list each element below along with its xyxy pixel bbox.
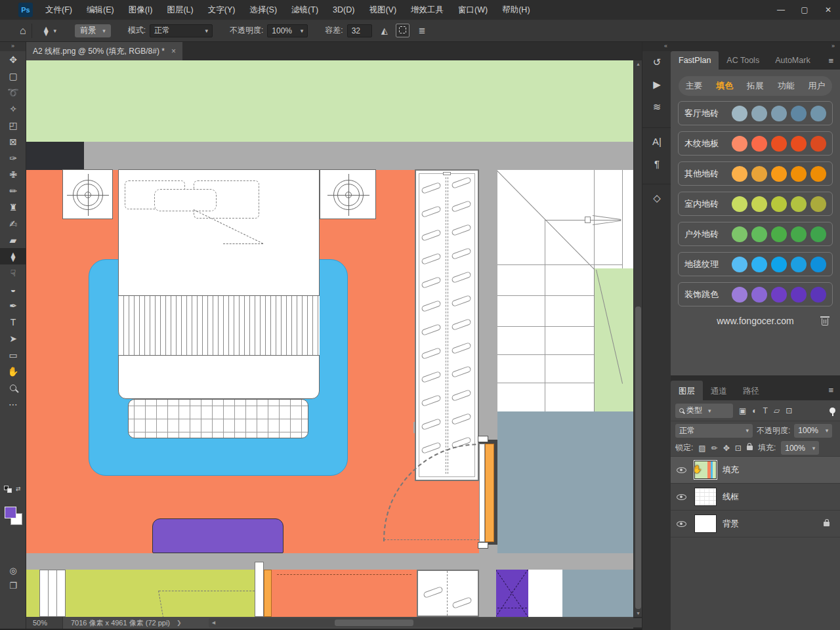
- menu-item[interactable]: 文件(F): [38, 0, 79, 20]
- color-swatch[interactable]: [791, 166, 807, 182]
- menu-item[interactable]: 编辑(E): [79, 0, 121, 20]
- panel-menu-icon[interactable]: ≡: [822, 51, 840, 70]
- path-selection-tool[interactable]: ➤: [0, 330, 26, 346]
- color-swatch[interactable]: [751, 287, 767, 303]
- status-chevron-icon[interactable]: ❯: [177, 620, 182, 626]
- menu-item[interactable]: 图层(L): [159, 0, 200, 20]
- character-panel-icon[interactable]: A|: [642, 127, 671, 152]
- default-colors-icon[interactable]: ⇄: [4, 486, 26, 495]
- filter-toggle-icon[interactable]: [830, 408, 835, 413]
- paint-bucket-preset-icon[interactable]: ⧫▾: [44, 26, 56, 36]
- lock-all-icon[interactable]: [747, 446, 753, 450]
- screen-mode-button[interactable]: ❐: [0, 581, 26, 591]
- color-swatch[interactable]: [810, 257, 826, 272]
- filter-type-layers-icon[interactable]: T: [763, 406, 768, 415]
- fastplan-nav-item[interactable]: 功能: [778, 80, 795, 92]
- color-swatch[interactable]: [791, 106, 807, 121]
- layers-opacity-dropdown[interactable]: 100%▾: [794, 424, 832, 438]
- healing-brush-tool[interactable]: ✙: [0, 166, 26, 182]
- sample-all-layers-icon[interactable]: ≣: [419, 26, 426, 35]
- menu-item[interactable]: 视图(V): [362, 0, 404, 20]
- menu-item[interactable]: 3D(D): [326, 0, 362, 20]
- color-swatch[interactable]: [751, 257, 767, 272]
- color-swatch[interactable]: [810, 226, 826, 242]
- lock-paint-icon[interactable]: ✏: [711, 444, 718, 453]
- dock-collapse-icon[interactable]: «: [642, 42, 671, 51]
- filter-smart-objects-icon[interactable]: ⊡: [786, 406, 792, 415]
- layer-row[interactable]: ✋填充: [671, 457, 840, 484]
- filter-adjustment-layers-icon[interactable]: ◐: [752, 406, 757, 415]
- lock-position-icon[interactable]: ✥: [723, 444, 730, 453]
- menu-item[interactable]: 滤镜(T): [284, 0, 326, 20]
- fastplan-tab-automark[interactable]: AutoMark: [767, 51, 818, 70]
- anti-alias-icon[interactable]: ◭: [381, 26, 388, 35]
- color-swatch[interactable]: [791, 257, 807, 272]
- color-swatch[interactable]: [791, 287, 807, 303]
- menu-item[interactable]: 帮助(H): [495, 0, 537, 20]
- vertical-scrollbar[interactable]: ▲ ▼: [633, 60, 642, 617]
- rectangle-tool[interactable]: ▭: [0, 346, 26, 363]
- horizontal-scrollbar[interactable]: ◀ ▶: [209, 618, 650, 627]
- edit-toolbar-button[interactable]: ⋯: [0, 396, 26, 412]
- color-swatch[interactable]: [751, 106, 767, 121]
- marquee-tool[interactable]: ▢: [0, 68, 26, 84]
- layers-fill-dropdown[interactable]: 100%▾: [781, 441, 819, 455]
- color-swatch[interactable]: [771, 257, 787, 272]
- horizontal-scroll-thumb[interactable]: [335, 620, 413, 626]
- menu-item[interactable]: 增效工具: [404, 0, 451, 20]
- color-swatch[interactable]: [751, 196, 767, 212]
- color-swatch[interactable]: [751, 166, 767, 182]
- layer-thumbnail[interactable]: [694, 488, 717, 506]
- color-swatch[interactable]: [810, 287, 826, 303]
- paragraph-panel-icon[interactable]: ¶: [642, 152, 671, 175]
- tolerance-input[interactable]: 32: [347, 24, 372, 37]
- layer-row[interactable]: 背景: [671, 511, 840, 537]
- fastplan-nav-item[interactable]: 用户: [808, 80, 826, 92]
- fastplan-tab-ac-tools[interactable]: AC Tools: [719, 51, 767, 70]
- visibility-eye-icon[interactable]: [671, 494, 692, 500]
- toolbar-collapse-icon[interactable]: »: [0, 42, 26, 51]
- zoom-tool[interactable]: [0, 379, 26, 396]
- menu-item[interactable]: 选择(S): [242, 0, 284, 20]
- lock-transparency-icon[interactable]: ▨: [698, 444, 705, 453]
- document-tab[interactable]: A2 线框.png @ 50% (填充, RGB/8#) * ×: [26, 42, 182, 60]
- home-icon[interactable]: ⌂: [20, 25, 26, 37]
- fastplan-footer-url[interactable]: www.fongocer.com: [717, 316, 794, 326]
- menu-item[interactable]: 图像(I): [121, 0, 160, 20]
- color-swatch[interactable]: [732, 196, 747, 212]
- eyedropper-tool[interactable]: ✑: [0, 150, 26, 166]
- foreground-color-swatch[interactable]: [5, 507, 16, 518]
- history-brush-tool[interactable]: ✍: [0, 215, 26, 232]
- panel-expand-icon[interactable]: »: [671, 42, 840, 51]
- layer-thumbnail[interactable]: ✋: [694, 461, 717, 479]
- minimize-button[interactable]: —: [769, 0, 793, 20]
- 3d-panel-icon[interactable]: ◇: [642, 184, 671, 209]
- brush-tool[interactable]: ✏: [0, 182, 26, 199]
- color-swatch[interactable]: [771, 106, 787, 121]
- color-swatch[interactable]: [732, 166, 747, 182]
- color-swatch[interactable]: [771, 226, 787, 242]
- object-selection-tool[interactable]: ✧: [0, 100, 26, 117]
- smudge-tool[interactable]: ☟: [0, 264, 26, 281]
- menu-item[interactable]: 窗口(W): [451, 0, 495, 20]
- trash-icon[interactable]: [822, 318, 828, 326]
- frame-tool[interactable]: ⊠: [0, 133, 26, 150]
- maximize-button[interactable]: ▢: [793, 0, 816, 20]
- document-canvas[interactable]: [26, 60, 633, 617]
- color-swatch[interactable]: [810, 196, 826, 212]
- crop-tool[interactable]: ◰: [0, 117, 26, 133]
- history-panel-icon[interactable]: ↺: [642, 51, 671, 74]
- scroll-left-icon[interactable]: ◀: [209, 620, 218, 625]
- close-button[interactable]: ✕: [816, 0, 840, 20]
- mode-dropdown[interactable]: 正常▾: [150, 24, 213, 37]
- color-swatch[interactable]: [771, 287, 787, 303]
- color-swatch[interactable]: [810, 106, 826, 121]
- layer-thumbnail[interactable]: [694, 514, 717, 533]
- filter-pixel-layers-icon[interactable]: ▣: [739, 406, 746, 415]
- vertical-scroll-thumb[interactable]: [635, 306, 641, 609]
- type-tool[interactable]: T: [0, 314, 26, 330]
- hand-tool[interactable]: ✋: [0, 363, 26, 379]
- color-swatch[interactable]: [771, 136, 787, 152]
- lasso-tool[interactable]: ➰: [0, 84, 26, 100]
- panel-menu-icon[interactable]: ≡: [822, 381, 840, 400]
